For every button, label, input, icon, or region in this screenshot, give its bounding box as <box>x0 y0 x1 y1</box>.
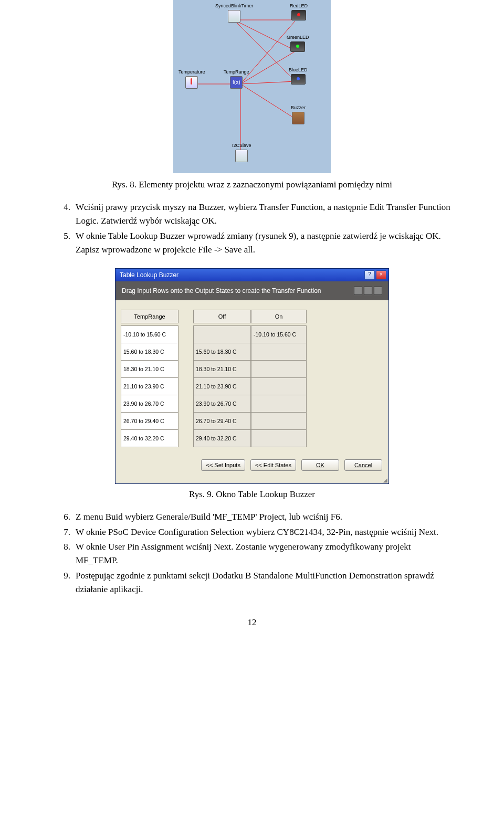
edit-states-button[interactable]: << Edit States <box>250 459 296 471</box>
node-blueled: BlueLED <box>289 67 308 85</box>
mini-icon <box>374 287 382 295</box>
table-cell[interactable] <box>251 429 307 447</box>
col-on: On -10.10 to 15.60 C <box>251 310 307 447</box>
table-cell[interactable]: -10.10 to 15.60 C <box>251 325 307 343</box>
table-cell[interactable] <box>193 325 251 343</box>
table-cell[interactable]: 26.70 to 29.40 C <box>193 412 251 430</box>
col-header: TempRange <box>121 310 178 323</box>
table-cell[interactable] <box>251 412 307 430</box>
figure9-caption: Rys. 9. Okno Table Lookup Buzzer <box>52 489 452 500</box>
dialog-titlebar: Table Lookup Buzzer ? × <box>116 269 388 281</box>
table-cell: 21.10 to 23.90 C <box>121 377 178 395</box>
node-temprange: TempRange f(x) <box>224 69 249 89</box>
mini-icon <box>354 287 362 295</box>
table-cell[interactable]: 18.30 to 21.10 C <box>193 360 251 378</box>
dialog-title: Table Lookup Buzzer <box>120 271 178 279</box>
node-greenled: GreenLED <box>287 35 309 52</box>
table-cell[interactable] <box>251 377 307 395</box>
list-item: 5.W oknie Table Lookup Buzzer wprowadź z… <box>52 229 452 257</box>
ok-button[interactable]: OK <box>301 459 339 471</box>
node-redled: RedLED <box>290 3 308 20</box>
figure8-caption: Rys. 8. Elementy projektu wraz z zaznacz… <box>52 180 452 190</box>
table-cell[interactable] <box>251 343 307 361</box>
table-cell[interactable]: 23.90 to 26.70 C <box>193 395 251 413</box>
node-buzzer: Buzzer <box>291 105 306 124</box>
node-syncedblinktimer: SyncedBlinkTimer <box>215 3 253 23</box>
table-cell: 18.30 to 21.10 C <box>121 360 178 378</box>
cancel-button[interactable]: Cancel <box>344 459 382 471</box>
list-item: 6.Z menu Buid wybierz Generale/Build 'MF… <box>52 510 452 524</box>
list-item: 8.W oknie User Pin Assignment wciśnij Ne… <box>52 540 452 568</box>
col-temprange: TempRange -10.10 to 15.60 C15.60 to 18.3… <box>121 310 178 447</box>
dialog-instruction: Drag Input Rows onto the Output States t… <box>116 281 388 300</box>
page-number: 12 <box>52 617 452 628</box>
table-lookup-dialog: Table Lookup Buzzer ? × Drag Input Rows … <box>115 268 389 484</box>
steps-a: 4.Wciśnij prawy przycisk myszy na Buzzer… <box>52 201 452 257</box>
table-cell: 23.90 to 26.70 C <box>121 395 178 413</box>
steps-b: 6.Z menu Buid wybierz Generale/Build 'MF… <box>52 510 452 596</box>
table-cell[interactable]: 15.60 to 18.30 C <box>193 343 251 361</box>
list-item: 7.W oknie PSoC Device Configuration Sele… <box>52 525 452 539</box>
table-cell: 26.70 to 29.40 C <box>121 412 178 430</box>
close-button[interactable]: × <box>376 270 386 280</box>
list-item: 9.Postępując zgodnie z punktami sekcji D… <box>52 569 452 597</box>
table-cell: 29.40 to 32.20 C <box>121 429 178 447</box>
table-cell[interactable] <box>251 395 307 413</box>
help-button[interactable]: ? <box>364 270 375 280</box>
table-cell: 15.60 to 18.30 C <box>121 343 178 361</box>
mini-icon <box>364 287 372 295</box>
set-inputs-button[interactable]: << Set Inputs <box>201 459 245 471</box>
table-cell: -10.10 to 15.60 C <box>121 325 178 343</box>
col-header: Off <box>193 310 251 323</box>
list-item: 4.Wciśnij prawy przycisk myszy na Buzzer… <box>52 201 452 228</box>
svg-line-1 <box>234 20 295 50</box>
table-cell[interactable]: 21.10 to 23.90 C <box>193 377 251 395</box>
col-off: Off 15.60 to 18.30 C18.30 to 21.10 C21.1… <box>193 310 251 447</box>
col-header: On <box>251 310 307 323</box>
svg-line-7 <box>240 84 295 119</box>
project-diagram: SyncedBlinkTimer RedLED GreenLED Tempera… <box>173 0 331 173</box>
resize-grip[interactable]: ◢ <box>116 478 388 483</box>
node-temperature: Temperature <box>178 69 205 89</box>
table-cell[interactable] <box>251 360 307 378</box>
node-i2cslave: I2CSlave <box>232 143 251 162</box>
table-cell[interactable]: 29.40 to 32.20 C <box>193 429 251 447</box>
